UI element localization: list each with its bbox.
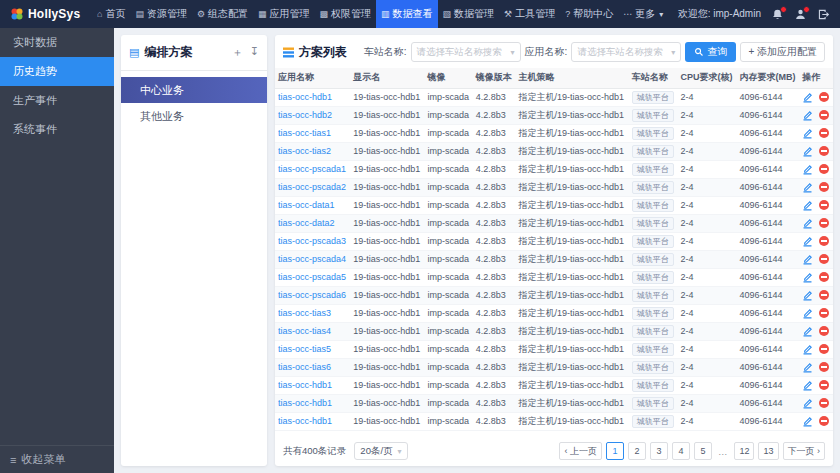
nav-item-tools[interactable]: ⚒工具管理 <box>499 0 560 28</box>
delete-icon[interactable] <box>819 182 829 192</box>
nav-item-help[interactable]: ?帮助中心 <box>560 0 618 28</box>
image-version-cell: 4.2.8b3 <box>473 268 516 286</box>
notifications-bell-icon[interactable] <box>771 8 784 21</box>
add-plan-icon[interactable]: ＋ <box>232 45 243 60</box>
page-button-5[interactable]: 5 <box>694 442 712 460</box>
nav-item-app[interactable]: ▦应用管理 <box>253 0 315 28</box>
memory-cell: 4096-6144 <box>736 124 799 142</box>
station-select[interactable]: 请选择车站名称搜索 ▾ <box>411 42 521 62</box>
app-select[interactable]: 请选择车站名称搜索 ▾ <box>571 42 681 62</box>
app-name-cell[interactable]: tias-occ-tias1 <box>275 124 350 142</box>
page-button-4[interactable]: 4 <box>672 442 690 460</box>
edit-icon[interactable] <box>802 236 813 247</box>
app-name-cell[interactable]: tias-occ-pscada3 <box>275 232 350 250</box>
plan-item[interactable]: 其他业务 <box>121 103 267 129</box>
list-panel: 方案列表 车站名称: 请选择车站名称搜索 ▾ 应用名称: 请选择车站名称搜索 ▾… <box>275 35 833 466</box>
nav-item-config[interactable]: ⚙组态配置 <box>192 0 253 28</box>
edit-icon[interactable] <box>802 380 813 391</box>
delete-icon[interactable] <box>819 272 829 282</box>
delete-icon[interactable] <box>819 362 829 372</box>
next-page-button[interactable]: 下一页 › <box>783 442 826 460</box>
app-name-cell[interactable]: tias-occ-tias6 <box>275 358 350 376</box>
nav-item-data-manage[interactable]: ▧数据管理 <box>438 0 500 28</box>
app-name-cell[interactable]: tias-occ-hdb1 <box>275 88 350 106</box>
app-name-cell[interactable]: tias-occ-hdb1 <box>275 376 350 394</box>
delete-icon[interactable] <box>819 164 829 174</box>
user-icon[interactable] <box>794 8 807 21</box>
plan-item[interactable]: 中心业务 <box>121 77 267 103</box>
edit-icon[interactable] <box>802 110 813 121</box>
edit-icon[interactable] <box>802 164 813 175</box>
page-button-13[interactable]: 13 <box>758 442 778 460</box>
app-name-cell[interactable]: tias-occ-pscada2 <box>275 178 350 196</box>
app-name-cell[interactable]: tias-occ-pscada5 <box>275 268 350 286</box>
app-name-cell[interactable]: tias-occ-pscada1 <box>275 160 350 178</box>
app-name-cell[interactable]: tias-occ-data1 <box>275 196 350 214</box>
page-button-12[interactable]: 12 <box>734 442 754 460</box>
sidebar-item[interactable]: 生产事件 <box>0 86 114 115</box>
delete-icon[interactable] <box>819 200 829 210</box>
nav-item-resource[interactable]: ▤资源管理 <box>130 0 192 28</box>
add-app-config-button[interactable]: + 添加应用配置 <box>740 42 825 62</box>
page-button-2[interactable]: 2 <box>628 442 646 460</box>
app-name-cell[interactable]: tias-occ-hdb1 <box>275 394 350 412</box>
app-name-cell[interactable]: tias-occ-hdb2 <box>275 106 350 124</box>
edit-icon[interactable] <box>802 362 813 373</box>
sidebar-item[interactable]: 系统事件 <box>0 115 114 144</box>
nav-item-more[interactable]: ⋯更多▾ <box>618 0 668 28</box>
delete-icon[interactable] <box>819 92 829 102</box>
delete-icon[interactable] <box>819 326 829 336</box>
actions-cell <box>799 160 833 178</box>
app-name-cell[interactable]: tias-occ-tias2 <box>275 142 350 160</box>
prev-page-button[interactable]: ‹ 上一页 <box>559 442 602 460</box>
delete-icon[interactable] <box>819 398 829 408</box>
nav-item-permission[interactable]: ▩权限管理 <box>315 0 377 28</box>
cpu-cell: 2-4 <box>677 286 736 304</box>
delete-icon[interactable] <box>819 344 829 354</box>
station-tag: 城轨平台 <box>632 163 674 176</box>
delete-icon[interactable] <box>819 416 829 426</box>
edit-icon[interactable] <box>802 290 813 301</box>
delete-icon[interactable] <box>819 128 829 138</box>
app-name-cell[interactable]: tias-occ-pscada4 <box>275 250 350 268</box>
page-size-select[interactable]: 20条/页 ▾ <box>354 442 407 460</box>
app-name-cell[interactable]: tias-occ-data2 <box>275 214 350 232</box>
delete-icon[interactable] <box>819 218 829 228</box>
edit-icon[interactable] <box>802 128 813 139</box>
edit-icon[interactable] <box>802 254 813 265</box>
app-name-cell[interactable]: tias-occ-tias4 <box>275 322 350 340</box>
logout-icon[interactable] <box>817 8 830 21</box>
page-button-1[interactable]: 1 <box>606 442 624 460</box>
edit-icon[interactable] <box>802 200 813 211</box>
edit-icon[interactable] <box>802 326 813 337</box>
edit-icon[interactable] <box>802 272 813 283</box>
edit-icon[interactable] <box>802 146 813 157</box>
app-name-cell[interactable]: tias-occ-tias5 <box>275 340 350 358</box>
app-name-cell[interactable]: tias-occ-hdb1 <box>275 412 350 430</box>
nav-item-home[interactable]: ⌂首页 <box>92 0 130 28</box>
search-button[interactable]: 查询 <box>685 42 736 62</box>
collapse-menu-button[interactable]: ≡ 收起菜单 <box>0 445 114 473</box>
edit-icon[interactable] <box>802 344 813 355</box>
edit-icon[interactable] <box>802 182 813 193</box>
app-name-cell[interactable]: tias-occ-pscada6 <box>275 286 350 304</box>
delete-icon[interactable] <box>819 254 829 264</box>
delete-icon[interactable] <box>819 110 829 120</box>
edit-icon[interactable] <box>802 308 813 319</box>
page-button-3[interactable]: 3 <box>650 442 668 460</box>
edit-icon[interactable] <box>802 398 813 409</box>
edit-icon[interactable] <box>802 218 813 229</box>
sidebar-item[interactable]: 实时数据 <box>0 28 114 57</box>
edit-icon[interactable] <box>802 92 813 103</box>
delete-icon[interactable] <box>819 290 829 300</box>
delete-icon[interactable] <box>819 380 829 390</box>
sidebar-item[interactable]: 历史趋势 <box>0 57 114 86</box>
edit-icon[interactable] <box>802 416 813 427</box>
delete-icon[interactable] <box>819 146 829 156</box>
delete-icon[interactable] <box>819 308 829 318</box>
delete-icon[interactable] <box>819 236 829 246</box>
import-plan-icon[interactable]: ↧ <box>250 45 259 60</box>
app-name-cell[interactable]: tias-occ-tias3 <box>275 304 350 322</box>
nav-item-data-view[interactable]: ▥数据查看 <box>376 0 438 28</box>
display-name-cell: 19-tias-occ-hdb1 <box>350 232 424 250</box>
